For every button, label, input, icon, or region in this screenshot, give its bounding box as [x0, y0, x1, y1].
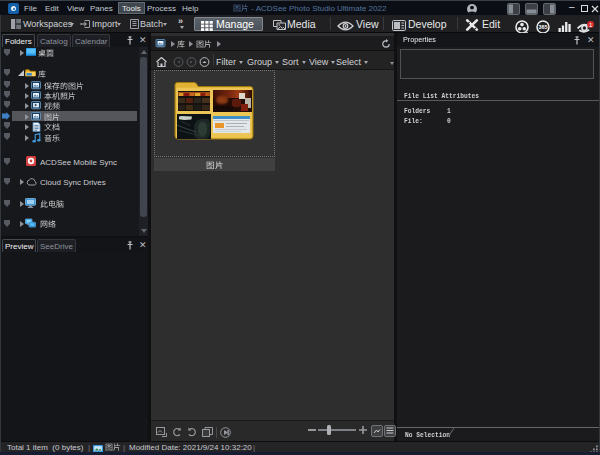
- svg-text:365: 365: [539, 24, 548, 30]
